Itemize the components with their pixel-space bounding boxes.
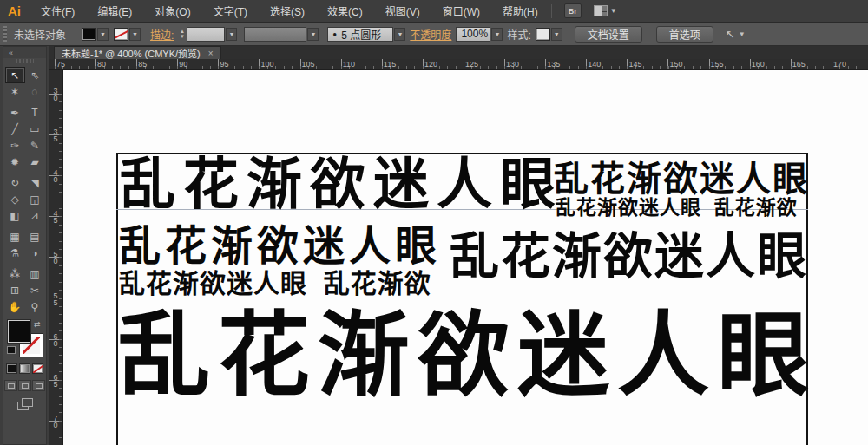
- menu-item[interactable]: 效果(C): [316, 0, 374, 23]
- pencil-tool[interactable]: ✎: [25, 137, 45, 154]
- selection-tool[interactable]: ↖: [5, 67, 25, 83]
- menu-item[interactable]: 选择(S): [259, 0, 316, 23]
- fill-swatch[interactable]: [82, 28, 96, 41]
- selection-status-label: 未选择对象: [14, 27, 66, 42]
- magic-wand-tool[interactable]: ✶: [5, 83, 25, 100]
- lasso-tool[interactable]: ◌: [25, 83, 45, 100]
- menu-item[interactable]: 文字(T): [202, 0, 259, 23]
- stroke-weight-field[interactable]: [187, 27, 225, 42]
- menu-item[interactable]: 帮助(H): [491, 0, 549, 23]
- none-mode-button[interactable]: [32, 363, 43, 374]
- ruler-number: 120: [424, 60, 437, 69]
- pen-tool[interactable]: ✒: [5, 104, 25, 121]
- zoom-tool[interactable]: ⚲: [25, 298, 45, 315]
- eyedropper-tool[interactable]: ⚗: [5, 245, 25, 261]
- canvas-text-object[interactable]: 乱花渐欲迷人眼: [450, 230, 808, 284]
- stroke-none-swatch[interactable]: [114, 28, 128, 41]
- bridge-icon[interactable]: Br: [564, 3, 582, 18]
- document-setup-button[interactable]: 文档设置: [575, 26, 642, 43]
- artboard-tool[interactable]: ⊞: [5, 282, 25, 298]
- opacity-field[interactable]: 100%: [456, 27, 490, 42]
- width-tool[interactable]: ◇: [5, 191, 25, 207]
- blend-tool[interactable]: ◑: [25, 245, 45, 261]
- symbol-sprayer-tool[interactable]: ⁂: [5, 265, 25, 282]
- scale-tool[interactable]: ◥: [25, 174, 45, 191]
- free-transform-tool[interactable]: ◱: [25, 191, 45, 207]
- canvas-text-object[interactable]: 乱花渐欲迷人眼: [120, 154, 563, 214]
- panel-grip[interactable]: [16, 59, 34, 63]
- draw-inside-button[interactable]: [32, 380, 45, 391]
- rectangle-tool[interactable]: ▭: [25, 121, 45, 137]
- canvas[interactable]: 乱花渐欲迷人眼乱花渐欲迷人眼乱花渐欲迷人眼 乱花渐欲乱花渐欲迷人眼乱花渐欲迷人眼…: [63, 70, 868, 445]
- fill-dropdown-button[interactable]: ▼: [97, 28, 108, 41]
- fill-color-control[interactable]: ▼: [82, 28, 108, 41]
- stroke-dropdown-button[interactable]: ▼: [129, 28, 141, 41]
- preferences-button[interactable]: 首选项: [656, 26, 713, 43]
- close-icon[interactable]: ×: [208, 49, 214, 58]
- ruler-number: 35: [51, 128, 60, 141]
- stroke-weight-stepper[interactable]: ▲▼: [178, 29, 186, 39]
- blob-brush-tool[interactable]: ✹: [5, 154, 25, 170]
- workspace-switcher-button[interactable]: ▼: [594, 5, 617, 16]
- ruler-number: 65: [51, 373, 60, 387]
- control-bar-grip[interactable]: [3, 26, 7, 42]
- type-tool[interactable]: T: [25, 104, 45, 121]
- paintbrush-tool[interactable]: ✑: [5, 137, 25, 154]
- canvas-text-object[interactable]: 乱花渐欲迷人眼 乱花渐欲: [556, 197, 798, 219]
- canvas-text-object[interactable]: 乱花渐欲迷人眼: [118, 305, 817, 404]
- width-tool-icon: ◇: [10, 193, 18, 206]
- eraser-tool[interactable]: ▰: [25, 154, 45, 170]
- menu-item[interactable]: 文件(F): [30, 0, 86, 23]
- opacity-label[interactable]: 不透明度: [410, 27, 451, 42]
- ruler-number: 40: [51, 168, 60, 182]
- menu-item[interactable]: 编辑(E): [86, 0, 143, 23]
- stroke-color-control[interactable]: ▼: [114, 28, 141, 41]
- tool-buttons: ↖⇖✶◌✒T╱▭✑✎✹▰↻◥◇◱◧⊿▦▤⚗◑⁂▥⊞✂✋⚲: [3, 64, 46, 315]
- stroke-weight-label[interactable]: 描边:: [150, 27, 174, 42]
- column-graph-tool[interactable]: ▥: [25, 265, 45, 282]
- free-transform-tool-icon: ◱: [30, 193, 39, 206]
- fill-color-box[interactable]: [8, 320, 30, 343]
- document-tab[interactable]: 未标题-1* @ 400% (CMYK/预览) ×: [54, 46, 221, 59]
- style-control[interactable]: ▼: [536, 28, 562, 41]
- default-fill-stroke-icon[interactable]: [7, 346, 16, 354]
- canvas-text-object[interactable]: 乱花渐欲迷人眼: [554, 160, 809, 198]
- menu-item[interactable]: 窗口(W): [431, 0, 491, 23]
- swap-fill-stroke-icon[interactable]: ⇄: [34, 320, 41, 329]
- menu-item[interactable]: 对象(O): [143, 0, 201, 23]
- stroke-weight-dropdown[interactable]: ▼: [226, 28, 237, 41]
- rotate-tool[interactable]: ↻: [5, 174, 25, 191]
- vertical-ruler[interactable]: 303540455055606570: [49, 70, 63, 445]
- style-dropdown[interactable]: ▼: [551, 28, 562, 41]
- hand-tool[interactable]: ✋: [5, 298, 25, 315]
- canvas-text-object[interactable]: 乱花渐欲迷人眼 乱花渐欲: [119, 270, 431, 298]
- gradient-mode-button[interactable]: [19, 363, 30, 374]
- brush-definition-field[interactable]: ● 5 点圆形: [327, 27, 393, 42]
- select-similar-button[interactable]: ↖ ▼: [726, 28, 746, 41]
- draw-behind-button[interactable]: [18, 380, 31, 391]
- tools-panel: « ↖⇖✶◌✒T╱▭✑✎✹▰↻◥◇◱◧⊿▦▤⚗◑⁂▥⊞✂✋⚲ ⇄: [3, 46, 47, 445]
- width-profile-dropdown[interactable]: ▼: [307, 28, 319, 41]
- slice-tool[interactable]: ✂: [25, 282, 45, 298]
- horizontal-ruler[interactable]: 7580859095100105110115120125130135140145…: [49, 59, 868, 70]
- menu-item[interactable]: 视图(V): [374, 0, 431, 23]
- ruler-number: 50: [51, 250, 60, 264]
- draw-normal-button[interactable]: [4, 380, 17, 391]
- brush-definition-value: 5 点圆形: [341, 27, 381, 42]
- color-mode-button[interactable]: [6, 363, 17, 374]
- perspective-grid-tool[interactable]: ⊿: [25, 207, 45, 224]
- width-profile-field[interactable]: [244, 27, 306, 42]
- line-segment-tool[interactable]: ╱: [5, 121, 25, 137]
- shape-builder-tool[interactable]: ◧: [5, 207, 25, 224]
- screen-mode-button[interactable]: [17, 398, 33, 410]
- fill-stroke-indicator[interactable]: ⇄: [8, 320, 43, 357]
- direct-selection-tool[interactable]: ⇖: [25, 67, 45, 83]
- brush-dropdown[interactable]: ▼: [394, 28, 405, 41]
- gradient-tool[interactable]: ▤: [25, 228, 45, 245]
- canvas-text-object[interactable]: 乱花渐欲迷人眼: [119, 224, 441, 269]
- style-swatch[interactable]: [536, 28, 550, 41]
- collapse-panel-button[interactable]: «: [3, 47, 46, 58]
- type-tool-icon: T: [31, 107, 37, 119]
- mesh-tool[interactable]: ▦: [5, 228, 25, 245]
- opacity-dropdown[interactable]: ▼: [491, 28, 503, 41]
